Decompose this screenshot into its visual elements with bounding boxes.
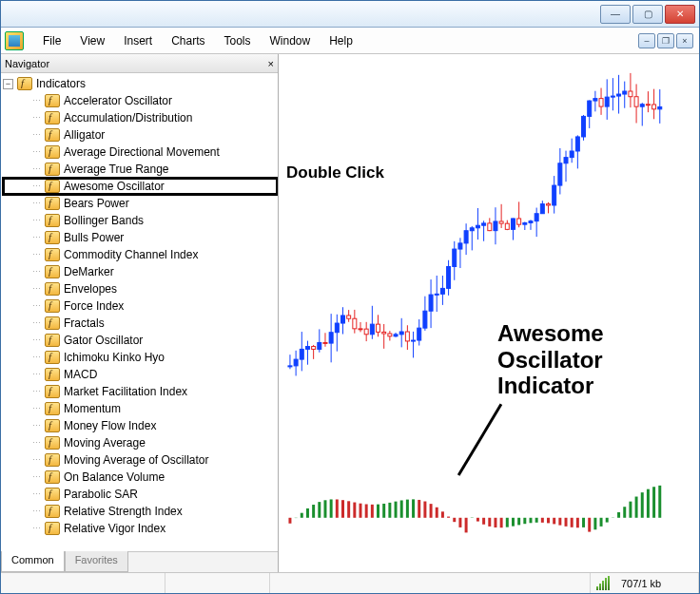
svg-rect-45 — [418, 328, 421, 340]
indicator-item[interactable]: ⋯Moving Average of Oscillator — [3, 451, 278, 469]
tab-favorites[interactable]: Favorites — [65, 551, 128, 572]
indicator-item[interactable]: ⋯Relative Strength Index — [3, 503, 278, 520]
indicator-item[interactable]: ⋯Alligator — [3, 126, 278, 144]
status-kb: 707/1 kb — [621, 578, 661, 589]
svg-rect-13 — [323, 342, 327, 343]
function-icon — [45, 197, 60, 210]
indicator-item[interactable]: ⋯Momentum — [3, 400, 278, 417]
function-icon — [45, 419, 60, 432]
indicator-item[interactable]: ⋯Relative Vigor Index — [3, 520, 278, 537]
workspace: Navigator × −Indicators⋯Accelerator Osci… — [1, 54, 699, 572]
indicator-item[interactable]: ⋯Force Index — [3, 297, 278, 315]
function-icon — [45, 368, 60, 381]
indicator-item[interactable]: ⋯Bollinger Bands — [3, 212, 278, 229]
menu-window[interactable]: Window — [261, 30, 321, 51]
indicator-item[interactable]: ⋯Parabolic SAR — [3, 486, 278, 503]
function-icon — [45, 180, 60, 193]
menu-help[interactable]: Help — [320, 30, 362, 51]
function-icon — [45, 94, 60, 107]
indicator-item[interactable]: ⋯Accumulation/Distribution — [3, 109, 278, 126]
indicator-item[interactable]: ⋯Bulls Power — [3, 229, 278, 246]
indicator-item[interactable]: ⋯Average True Range — [3, 161, 278, 178]
function-icon — [45, 231, 60, 244]
indicator-item[interactable]: ⋯MACD — [3, 366, 278, 383]
function-icon — [45, 453, 60, 467]
status-cell-1 — [1, 573, 165, 593]
menubar: File View Insert Charts Tools Window Hel… — [1, 28, 699, 54]
indicator-item[interactable]: ⋯On Balance Volume — [3, 469, 278, 486]
svg-rect-47 — [423, 311, 427, 328]
function-icon — [45, 522, 60, 535]
tree-scroll[interactable]: −Indicators⋯Accelerator Oscillator⋯Accum… — [1, 73, 278, 551]
svg-rect-81 — [523, 222, 527, 224]
svg-rect-109 — [605, 97, 609, 106]
menu-charts[interactable]: Charts — [162, 30, 214, 51]
svg-rect-51 — [435, 294, 438, 295]
navigator-panel: Navigator × −Indicators⋯Accelerator Osci… — [1, 54, 279, 572]
indicator-label: Market Facilitation Index — [64, 385, 187, 398]
tab-common[interactable]: Common — [1, 551, 65, 572]
indicator-label: Fractals — [64, 316, 105, 330]
indicator-item[interactable]: ⋯Bears Power — [3, 195, 278, 212]
indicator-label: Moving Average of Oscillator — [64, 453, 209, 467]
svg-rect-79 — [517, 219, 521, 224]
indicator-item[interactable]: ⋯Market Facilitation Index — [3, 383, 278, 400]
app-icon — [5, 31, 24, 50]
indicator-label: Money Flow Index — [64, 419, 156, 432]
svg-rect-83 — [529, 221, 533, 223]
svg-rect-49 — [429, 295, 433, 311]
indicator-label: Momentum — [64, 402, 121, 415]
svg-rect-71 — [494, 221, 497, 231]
minimize-button[interactable]: — — [600, 5, 631, 24]
indicator-item[interactable]: ⋯Ichimoku Kinko Hyo — [3, 349, 278, 366]
indicator-item[interactable]: ⋯Envelopes — [3, 280, 278, 297]
svg-rect-53 — [440, 288, 444, 294]
menu-insert[interactable]: Insert — [114, 30, 162, 51]
svg-rect-59 — [458, 243, 462, 249]
menu-tools[interactable]: Tools — [215, 30, 261, 51]
function-icon — [45, 402, 60, 415]
menu-view[interactable]: View — [70, 30, 114, 51]
indicator-item[interactable]: ⋯Average Directional Movement — [3, 144, 278, 161]
annotation-ao-label: Awesome Oscillator Indicator — [497, 320, 604, 399]
annotation-double-click: Double Click — [286, 163, 384, 182]
statusbar: 707/1 kb — [1, 572, 699, 593]
indicator-item[interactable]: ⋯Gator Oscillator — [3, 332, 278, 349]
indicator-item[interactable]: ⋯Awesome Oscillator — [3, 178, 278, 195]
svg-rect-67 — [482, 223, 486, 225]
function-icon — [45, 248, 60, 261]
svg-rect-107 — [599, 99, 603, 106]
menu-file[interactable]: File — [33, 30, 70, 51]
indicator-label: Gator Oscillator — [64, 334, 143, 347]
indicator-label: Alligator — [64, 128, 105, 142]
mdi-minimize-button[interactable]: – — [638, 33, 655, 48]
svg-rect-39 — [399, 332, 403, 335]
tree-root-indicators[interactable]: −Indicators — [3, 75, 278, 92]
navigator-title-text: Navigator — [5, 58, 49, 69]
mdi-controls: – ❐ × — [638, 33, 699, 48]
svg-rect-25 — [359, 329, 362, 330]
indicator-item[interactable]: ⋯Fractals — [3, 315, 278, 332]
indicator-item[interactable]: ⋯Commodity Channel Index — [3, 246, 278, 263]
svg-rect-55 — [447, 266, 451, 288]
indicator-item[interactable]: ⋯Accelerator Oscillator — [3, 92, 278, 109]
close-button[interactable]: ✕ — [665, 5, 695, 24]
mdi-restore-button[interactable]: ❐ — [657, 33, 674, 48]
mdi-close-button[interactable]: × — [676, 33, 693, 48]
svg-rect-65 — [476, 225, 479, 228]
svg-rect-89 — [547, 204, 551, 205]
navigator-title: Navigator × — [1, 54, 278, 73]
indicator-item[interactable]: ⋯Moving Average — [3, 434, 278, 451]
svg-rect-33 — [382, 332, 386, 334]
navigator-close-icon[interactable]: × — [268, 58, 274, 69]
indicator-item[interactable]: ⋯DeMarker — [3, 263, 278, 280]
svg-rect-119 — [634, 97, 638, 106]
function-icon — [45, 351, 60, 364]
chart-area[interactable]: Double Click Awesome Oscillator Indicato… — [279, 54, 699, 572]
function-icon — [45, 470, 60, 484]
maximize-button[interactable]: ▢ — [632, 5, 663, 24]
indicator-item[interactable]: ⋯Money Flow Index — [3, 417, 278, 434]
signal-icon — [596, 576, 617, 590]
svg-rect-105 — [593, 99, 597, 101]
indicator-label: DeMarker — [64, 265, 114, 278]
